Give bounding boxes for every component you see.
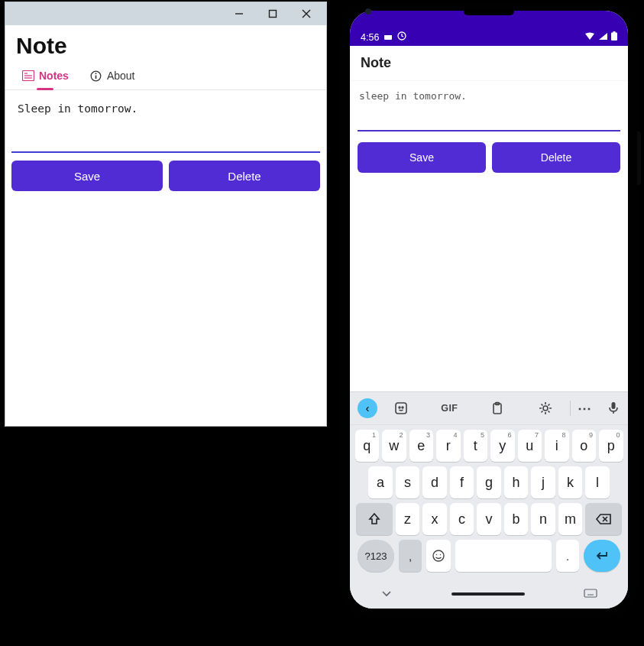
system-nav-bar [350,579,628,609]
minimize-button[interactable] [222,4,256,24]
page-title: Note [350,46,628,81]
key-r[interactable]: r4 [436,430,461,462]
key-v[interactable]: v [477,503,501,535]
key-n[interactable]: n [531,503,555,535]
key-g[interactable]: g [477,466,501,498]
close-button[interactable] [290,4,323,24]
info-icon [90,70,102,81]
gif-button[interactable]: GIF [426,403,474,414]
soft-keyboard: ‹ GIF ⋯ q1w2e3r4t5y6u7i8o9p0 [350,391,628,609]
key-a[interactable]: a [368,466,393,498]
keyboard-toolbar: ‹ GIF ⋯ [350,391,628,425]
more-icon[interactable]: ⋯ [571,400,600,417]
svg-point-21 [543,406,548,411]
button-row: Save Delete [5,153,326,199]
comma-key[interactable]: , [399,540,422,572]
enter-key[interactable] [584,540,620,572]
svg-rect-16 [396,403,406,414]
key-x[interactable]: x [422,503,447,535]
key-e[interactable]: e3 [409,430,434,462]
key-f[interactable]: f [450,466,474,498]
desktop-content: Save Delete [5,90,326,199]
svg-rect-28 [584,589,597,597]
keyboard-switch-icon[interactable] [584,587,597,601]
period-key[interactable]: . [556,540,579,572]
key-y[interactable]: y6 [490,430,515,462]
svg-point-27 [440,554,441,555]
keyboard-back-button[interactable]: ‹ [358,398,377,418]
speaker-slot [464,8,514,15]
mic-icon[interactable] [599,401,628,415]
key-q[interactable]: q1 [355,430,380,462]
key-c[interactable]: c [450,503,474,535]
keyboard-keys: q1w2e3r4t5y6u7i8o9p0 asdfghjkl zxcvbnm ?… [350,425,628,575]
calendar-icon [383,31,393,43]
save-button[interactable]: Save [11,161,163,191]
key-h[interactable]: h [504,466,529,498]
svg-rect-22 [612,402,616,409]
tab-bar: Notes About [5,62,326,90]
delete-button[interactable]: Delete [169,161,320,191]
key-o[interactable]: o9 [572,430,597,462]
key-k[interactable]: k [558,466,583,498]
notes-icon [22,70,34,81]
key-i[interactable]: i8 [545,430,569,462]
svg-rect-15 [613,31,616,33]
clipboard-icon[interactable] [474,401,522,415]
svg-point-25 [433,550,444,561]
gear-icon[interactable] [522,401,570,415]
keyboard-hide-icon[interactable] [380,587,393,601]
key-u[interactable]: u7 [518,430,542,462]
svg-rect-14 [611,33,617,41]
status-time: 4:56 [361,32,379,43]
tab-notes[interactable]: Notes [22,70,69,89]
svg-point-10 [95,73,97,74]
key-s[interactable]: s [396,466,420,498]
delete-button[interactable]: Delete [492,142,620,173]
key-z[interactable]: z [396,503,420,535]
shift-key[interactable] [356,503,393,535]
page-title: Note [5,25,326,62]
phone-screen: 4:56 Note [350,11,628,609]
svg-point-18 [403,407,404,408]
key-t[interactable]: t5 [464,430,488,462]
key-w[interactable]: w2 [382,430,406,462]
key-d[interactable]: d [422,466,447,498]
battery-icon [611,31,617,43]
svg-point-17 [400,407,401,408]
tab-about[interactable]: About [90,70,135,89]
desktop-window: Note Notes About [5,2,327,427]
space-key[interactable] [455,540,552,572]
front-camera [365,8,371,15]
phone-frame: 4:56 Note [341,2,637,618]
svg-rect-1 [270,11,277,18]
key-p[interactable]: p0 [599,430,623,462]
svg-point-26 [436,554,437,555]
sticker-icon[interactable] [377,401,426,415]
note-input[interactable] [11,95,320,153]
backspace-key[interactable] [585,503,622,535]
home-pill[interactable] [451,592,525,596]
button-row: Save Delete [350,135,628,180]
mobile-content [350,81,628,135]
emoji-key[interactable] [426,540,451,572]
signal-icon [598,32,608,43]
status-bar: 4:56 [350,11,628,46]
power-button [637,131,641,185]
clock-icon [397,31,406,43]
key-m[interactable]: m [558,503,583,535]
svg-rect-12 [384,33,392,35]
maximize-button[interactable] [256,4,290,24]
symbols-key[interactable]: ?123 [358,540,394,572]
tab-label: About [107,70,135,82]
window-titlebar [5,2,326,25]
key-j[interactable]: j [531,466,555,498]
tab-label: Notes [39,70,69,82]
key-b[interactable]: b [504,503,529,535]
key-l[interactable]: l [585,466,610,498]
note-input[interactable] [358,86,620,131]
save-button[interactable]: Save [358,142,486,173]
wifi-icon [584,32,595,43]
